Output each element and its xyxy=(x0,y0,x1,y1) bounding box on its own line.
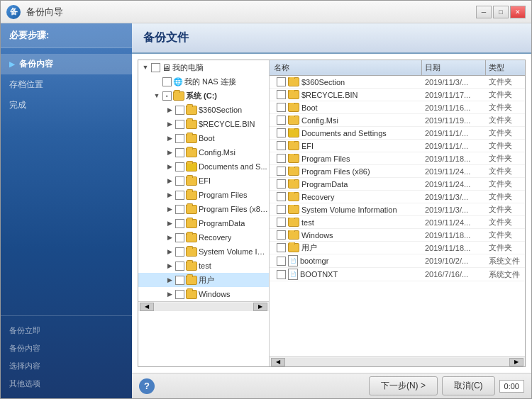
tree-item-config[interactable]: ▶ Config.Msi xyxy=(138,145,269,159)
row-checkbox[interactable] xyxy=(277,270,286,279)
row-checkbox[interactable] xyxy=(277,77,286,86)
tree-checkbox[interactable] xyxy=(175,191,184,200)
maximize-button[interactable]: □ xyxy=(493,6,509,18)
tree-item-my-computer[interactable]: ▼ 🖥 我的电脑 xyxy=(138,60,269,74)
scroll-left-btn[interactable]: ◀ xyxy=(140,303,154,311)
expand-icon[interactable]: ▶ xyxy=(164,175,175,186)
tree-item-system-c[interactable]: ▼ ▪ 系统 (C:) xyxy=(138,89,269,103)
expand-icon[interactable]: ▶ xyxy=(164,274,175,286)
tree-item-efi[interactable]: ▶ EFI xyxy=(138,174,269,188)
tree-hscroll[interactable]: ◀ ▶ xyxy=(138,301,269,311)
tree-item-programdata[interactable]: ▶ ProgramData xyxy=(138,216,269,230)
tree-checkbox[interactable] xyxy=(175,290,184,299)
expand-icon[interactable]: ▶ xyxy=(164,133,175,144)
tree-checkbox[interactable] xyxy=(175,262,184,271)
help-button[interactable]: ? xyxy=(139,378,155,394)
list-row[interactable]: 用户 2019/11/18... 文件夹 xyxy=(270,242,525,254)
tree-checkbox[interactable] xyxy=(151,63,160,72)
list-row[interactable]: Boot 2019/11/16... 文件夹 xyxy=(270,101,525,114)
tree-item-recycle[interactable]: ▶ $RECYCLE.BIN xyxy=(138,117,269,131)
list-row[interactable]: Config.Msi 2019/11/19... 文件夹 xyxy=(270,114,525,127)
expand-icon[interactable]: ▶ xyxy=(164,260,175,271)
tree-checkbox[interactable] xyxy=(175,176,184,186)
tree-item-test[interactable]: ▶ test xyxy=(138,259,269,273)
expand-icon[interactable]: ▶ xyxy=(164,161,175,172)
row-checkbox[interactable] xyxy=(277,179,286,189)
row-checkbox[interactable] xyxy=(277,103,286,112)
tree-item-windows[interactable]: ▶ Windows xyxy=(138,287,269,301)
expand-icon[interactable]: ▼ xyxy=(151,90,162,101)
tree-checkbox-partial[interactable]: ▪ xyxy=(162,91,172,101)
tree-checkbox[interactable] xyxy=(175,134,184,143)
expand-icon[interactable]: ▶ xyxy=(164,147,175,158)
row-checkbox[interactable] xyxy=(277,128,286,137)
tree-item-nas[interactable]: 🌐 我的 NAS 连接 xyxy=(138,74,269,89)
list-row[interactable]: ProgramData 2019/11/24... 文件夹 xyxy=(270,178,525,191)
tree-checkbox[interactable] xyxy=(175,219,184,228)
row-checkbox[interactable] xyxy=(277,141,286,150)
expand-icon[interactable]: ▶ xyxy=(164,104,175,116)
expand-icon[interactable]: ▶ xyxy=(164,218,175,229)
row-checkbox[interactable] xyxy=(277,90,286,99)
list-row[interactable]: Windows 2019/11/18... 文件夹 xyxy=(270,229,525,242)
list-row[interactable]: EFI 2019/11/1/... 文件夹 xyxy=(270,140,525,152)
tree-checkbox[interactable] xyxy=(175,106,184,115)
scroll-left-btn-2[interactable]: ◀ xyxy=(271,358,285,366)
tree-checkbox[interactable] xyxy=(175,162,184,172)
row-checkbox[interactable] xyxy=(277,205,286,214)
row-checkbox[interactable] xyxy=(277,243,286,252)
list-hscroll[interactable]: ◀ ▶ xyxy=(270,356,525,366)
row-checkbox[interactable] xyxy=(277,116,286,125)
list-row[interactable]: 📄 bootmgr 2019/10/2/... 系统文件 xyxy=(270,254,525,268)
cancel-button[interactable]: 取消(C) xyxy=(442,376,495,395)
row-checkbox[interactable] xyxy=(277,257,286,266)
list-row[interactable]: Program Files (x86) 2019/11/24... 文件夹 xyxy=(270,165,525,178)
minimize-button[interactable]: ─ xyxy=(476,6,492,18)
expand-icon[interactable]: ▶ xyxy=(164,203,175,215)
scroll-right-btn-2[interactable]: ▶ xyxy=(509,358,523,366)
expand-icon[interactable]: ▶ xyxy=(164,246,175,257)
expand-icon[interactable]: ▶ xyxy=(164,118,175,130)
tree-item-recovery[interactable]: ▶ Recovery xyxy=(138,230,269,245)
tree-checkbox[interactable] xyxy=(175,233,184,242)
tree-checkbox[interactable] xyxy=(175,247,184,257)
tree-checkbox[interactable] xyxy=(175,148,184,157)
tree-checkbox[interactable] xyxy=(175,120,184,129)
expand-icon[interactable]: ▶ xyxy=(164,189,175,201)
sidebar-item-complete[interactable]: 完成 xyxy=(1,95,132,116)
tree-item-program-files-x86[interactable]: ▶ Program Files (x86... xyxy=(138,202,269,216)
list-row[interactable]: test 2019/11/24... 文件夹 xyxy=(270,216,525,229)
row-checkbox[interactable] xyxy=(277,218,286,227)
list-row[interactable]: Recovery 2019/11/3/... 文件夹 xyxy=(270,191,525,203)
tree-item-system-volume[interactable]: ▶ System Volume Infor... xyxy=(138,245,269,259)
scroll-right-btn[interactable]: ▶ xyxy=(253,303,267,311)
tree-item-program-files[interactable]: ▶ Program Files xyxy=(138,188,269,202)
tree-checkbox[interactable] xyxy=(162,77,172,86)
expand-icon[interactable] xyxy=(151,76,162,87)
list-row[interactable]: System Volume Information 2019/11/3/... … xyxy=(270,203,525,216)
tree-item-360section[interactable]: ▶ $360Section xyxy=(138,103,269,117)
row-checkbox[interactable] xyxy=(277,167,286,176)
sidebar-bottom-item-3[interactable]: 选择内容 xyxy=(1,357,132,375)
expand-icon[interactable]: ▶ xyxy=(164,232,175,243)
tree-checkbox[interactable] xyxy=(175,205,184,214)
sidebar-bottom-item-4[interactable]: 其他选项 xyxy=(1,375,132,393)
row-checkbox[interactable] xyxy=(277,154,286,163)
list-row[interactable]: 📄 BOOTNXT 2016/7/16/... 系统文件 xyxy=(270,268,525,281)
expand-icon[interactable]: ▶ xyxy=(164,288,175,300)
sidebar-item-storage-location[interactable]: 存档位置 xyxy=(1,74,132,95)
sidebar-item-backup-content[interactable]: ▶ 备份内容 xyxy=(1,54,132,74)
close-button[interactable]: ✕ xyxy=(510,6,526,18)
list-row[interactable]: Program Files 2019/11/18... 文件夹 xyxy=(270,152,525,165)
list-row[interactable]: Documents and Settings 2019/11/1/... 文件夹 xyxy=(270,127,525,140)
tree-item-boot[interactable]: ▶ Boot xyxy=(138,131,269,145)
tree-item-docs-settings[interactable]: ▶ Documents and S... xyxy=(138,159,269,174)
row-checkbox[interactable] xyxy=(277,192,286,201)
list-row[interactable]: $RECYCLE.BIN 2019/11/17... 文件夹 xyxy=(270,89,525,101)
list-row[interactable]: $360Section 2019/11/3/... 文件夹 xyxy=(270,76,525,89)
sidebar-bottom-item-1[interactable]: 备份立即 xyxy=(1,322,132,339)
next-button[interactable]: 下一步(N) > xyxy=(369,376,438,395)
sidebar-bottom-item-2[interactable]: 备份内容 xyxy=(1,339,132,357)
row-checkbox[interactable] xyxy=(277,230,286,240)
tree-checkbox[interactable] xyxy=(175,276,184,285)
